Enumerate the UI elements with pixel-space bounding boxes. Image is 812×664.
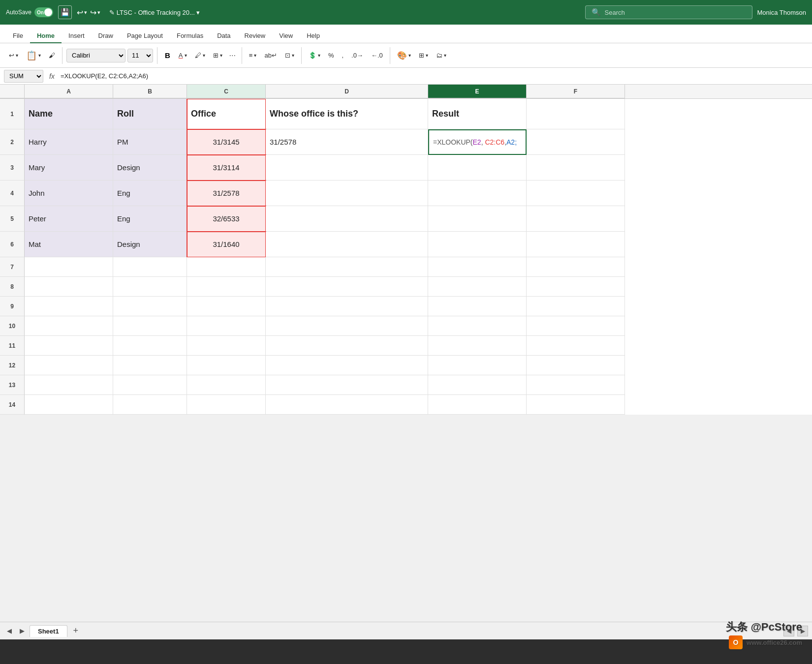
sheet-tab-1[interactable]: Sheet1 — [30, 625, 67, 637]
cell-e7[interactable] — [428, 257, 527, 277]
cell-d7[interactable] — [266, 257, 428, 277]
undo-btn[interactable]: ↩▾ — [6, 50, 21, 60]
cell-a9[interactable] — [25, 297, 113, 316]
cell-c8[interactable] — [187, 277, 266, 297]
tab-data[interactable]: Data — [210, 29, 237, 43]
cell-d14[interactable] — [266, 395, 428, 415]
cell-f10[interactable] — [527, 316, 625, 336]
cell-f6[interactable] — [527, 232, 625, 257]
cell-b7[interactable] — [113, 257, 187, 277]
cell-a5[interactable]: Peter — [25, 206, 113, 232]
cell-e13[interactable] — [428, 375, 527, 395]
col-header-c[interactable]: C — [187, 85, 266, 98]
format-as-table-btn[interactable]: ⊞▾ — [416, 50, 431, 60]
cell-d11[interactable] — [266, 336, 428, 356]
cell-styles-btn[interactable]: 🗂▾ — [433, 50, 449, 60]
cell-f7[interactable] — [527, 257, 625, 277]
cell-a3[interactable]: Mary — [25, 155, 113, 181]
cell-f4[interactable] — [527, 181, 625, 206]
highlight-color-btn[interactable]: 🖊▾ — [192, 50, 208, 60]
font-color-btn[interactable]: A▾ — [176, 50, 190, 60]
wrap-btn[interactable]: ab↵ — [261, 50, 280, 60]
cell-a12[interactable] — [25, 356, 113, 375]
formula-input[interactable] — [61, 72, 808, 80]
cell-d5[interactable] — [266, 206, 428, 232]
add-sheet-btn[interactable]: + — [69, 625, 82, 637]
cell-a13[interactable] — [25, 375, 113, 395]
cell-c14[interactable] — [187, 395, 266, 415]
cell-e8[interactable] — [428, 277, 527, 297]
search-box[interactable]: 🔍 Search — [585, 5, 752, 19]
cell-b4[interactable]: Eng — [113, 181, 187, 206]
cell-d2[interactable]: 31/2578 — [266, 129, 428, 155]
cell-f11[interactable] — [527, 336, 625, 356]
cell-c1[interactable]: Office — [187, 99, 266, 129]
tab-file[interactable]: File — [6, 29, 30, 43]
cell-b3[interactable]: Design — [113, 155, 187, 181]
more-btn[interactable]: ··· — [227, 50, 238, 61]
cell-b2[interactable]: PM — [113, 129, 187, 155]
cell-e11[interactable] — [428, 336, 527, 356]
cell-d4[interactable] — [266, 181, 428, 206]
cell-c6[interactable]: 31/1640 — [187, 232, 266, 257]
tab-insert[interactable]: Insert — [62, 29, 92, 43]
autosave-toggle[interactable]: On — [34, 7, 53, 17]
cell-e5[interactable] — [428, 206, 527, 232]
cell-c3[interactable]: 31/3114 — [187, 155, 266, 181]
save-icon[interactable]: 💾 — [58, 5, 72, 19]
cell-a4[interactable]: John — [25, 181, 113, 206]
cell-e10[interactable] — [428, 316, 527, 336]
cell-e1[interactable]: Result — [428, 99, 527, 129]
undo-icon[interactable]: ↩ — [77, 8, 83, 17]
tab-help[interactable]: Help — [300, 29, 327, 43]
cell-e9[interactable] — [428, 297, 527, 316]
cell-d12[interactable] — [266, 356, 428, 375]
bold-btn[interactable]: B — [161, 50, 174, 60]
col-header-e[interactable]: E — [428, 85, 527, 98]
cell-d13[interactable] — [266, 375, 428, 395]
cell-a1[interactable]: Name — [25, 99, 113, 129]
name-box[interactable]: SUM — [4, 70, 43, 83]
cell-d10[interactable] — [266, 316, 428, 336]
file-title[interactable]: ✎ LTSC - Office Tracking 20... ▾ — [109, 9, 580, 16]
cell-c2[interactable]: 31/3145 — [187, 129, 266, 155]
cell-b1[interactable]: Roll — [113, 99, 187, 129]
cell-a7[interactable] — [25, 257, 113, 277]
cell-b11[interactable] — [113, 336, 187, 356]
cell-d1[interactable]: Whose office is this? — [266, 99, 428, 129]
cell-e14[interactable] — [428, 395, 527, 415]
number-format-btn[interactable]: 💲▾ — [306, 50, 323, 60]
tab-draw[interactable]: Draw — [92, 29, 120, 43]
cell-e2[interactable]: =XLOOKUP(E2, C2:C6,A2; — [428, 129, 527, 155]
cell-f5[interactable] — [527, 206, 625, 232]
cell-f14[interactable] — [527, 395, 625, 415]
cell-e12[interactable] — [428, 356, 527, 375]
cell-f9[interactable] — [527, 297, 625, 316]
tab-formulas[interactable]: Formulas — [170, 29, 210, 43]
font-name-select[interactable]: Calibri — [66, 49, 125, 62]
undo-chevron[interactable]: ▾ — [84, 9, 87, 16]
cell-d9[interactable] — [266, 297, 428, 316]
tab-view[interactable]: View — [272, 29, 300, 43]
cell-f8[interactable] — [527, 277, 625, 297]
merge-btn[interactable]: ⊡▾ — [282, 50, 297, 60]
cell-b9[interactable] — [113, 297, 187, 316]
borders-btn[interactable]: ⊞▾ — [210, 50, 225, 60]
cell-b6[interactable]: Design — [113, 232, 187, 257]
increase-decimal-btn[interactable]: .0→ — [348, 50, 366, 60]
format-painter-btn[interactable]: 🖌 — [46, 50, 58, 60]
conditional-format-btn[interactable]: 🎨▾ — [394, 49, 414, 61]
tab-page-layout[interactable]: Page Layout — [120, 29, 170, 43]
sheet-nav-right[interactable]: ▶ — [17, 626, 28, 636]
cell-e4[interactable] — [428, 181, 527, 206]
tab-home[interactable]: Home — [30, 29, 62, 43]
cell-f3[interactable] — [527, 155, 625, 181]
decrease-decimal-btn[interactable]: ←.0 — [368, 50, 386, 60]
cell-a2[interactable]: Harry — [25, 129, 113, 155]
redo-chevron[interactable]: ▾ — [97, 9, 100, 16]
col-header-a[interactable]: A — [25, 85, 113, 98]
col-header-f[interactable]: F — [527, 85, 625, 98]
align-btn[interactable]: ≡▾ — [246, 50, 260, 60]
cell-f12[interactable] — [527, 356, 625, 375]
cell-c4[interactable]: 31/2578 — [187, 181, 266, 206]
